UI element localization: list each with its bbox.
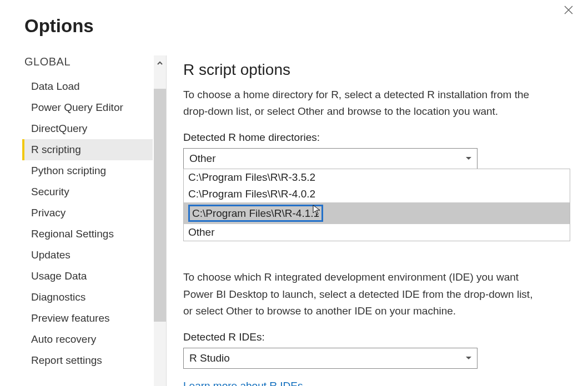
scrollbar-thumb[interactable] xyxy=(154,89,166,322)
ide-description: To choose which R integrated development… xyxy=(183,269,539,319)
chevron-up-icon xyxy=(157,60,163,67)
page-title: Options xyxy=(0,0,588,37)
sidebar-item-directquery[interactable]: DirectQuery xyxy=(22,118,153,139)
sidebar-item-regional-settings[interactable]: Regional Settings xyxy=(22,224,153,245)
sidebar-item-report-settings[interactable]: Report settings xyxy=(22,350,153,371)
sidebar-item-updates[interactable]: Updates xyxy=(22,245,153,266)
sidebar-item-power-query-editor[interactable]: Power Query Editor xyxy=(22,97,153,118)
sidebar-item-preview-features[interactable]: Preview features xyxy=(22,308,153,329)
home-dir-option-r411[interactable]: C:\Program Files\R\R-4.1.1 xyxy=(184,202,570,225)
ide-section: To choose which R integrated development… xyxy=(183,269,571,386)
sidebar-item-security[interactable]: Security xyxy=(22,181,153,202)
home-dir-selected-value: Other xyxy=(189,153,216,165)
sidebar-wrap: GLOBAL Data Load Power Query Editor Dire… xyxy=(0,55,167,386)
content-heading: R script options xyxy=(183,61,571,79)
home-dir-option-r402[interactable]: C:\Program Files\R\R-4.0.2 xyxy=(184,186,570,202)
content-panel: R script options To choose a home direct… xyxy=(167,55,588,386)
chevron-down-icon xyxy=(466,157,471,160)
ide-label: Detected R IDEs: xyxy=(183,331,571,343)
sidebar-item-diagnostics[interactable]: Diagnostics xyxy=(22,287,153,308)
sidebar-scrollbar[interactable] xyxy=(154,55,166,386)
chevron-down-icon xyxy=(466,357,471,359)
home-dir-option-r352[interactable]: C:\Program Files\R\R-3.5.2 xyxy=(184,169,570,186)
sidebar-item-python-scripting[interactable]: Python scripting xyxy=(22,160,153,181)
ide-select[interactable]: R Studio xyxy=(183,348,478,369)
home-dir-option-other[interactable]: Other xyxy=(184,224,570,241)
sidebar-item-auto-recovery[interactable]: Auto recovery xyxy=(22,329,153,350)
sidebar-section-global: GLOBAL xyxy=(24,55,153,68)
home-dir-select[interactable]: Other xyxy=(183,148,478,169)
sidebar-item-usage-data[interactable]: Usage Data xyxy=(22,266,153,287)
home-dir-dropdown: C:\Program Files\R\R-3.5.2 C:\Program Fi… xyxy=(183,169,570,242)
sidebar-item-privacy[interactable]: Privacy xyxy=(22,202,153,224)
home-dir-label: Detected R home directories: xyxy=(183,131,571,144)
main-layout: GLOBAL Data Load Power Query Editor Dire… xyxy=(0,55,588,386)
home-description: To choose a home directory for R, select… xyxy=(183,87,539,120)
sidebar: GLOBAL Data Load Power Query Editor Dire… xyxy=(0,55,166,386)
close-icon xyxy=(564,5,574,15)
close-button[interactable] xyxy=(561,3,576,17)
sidebar-item-r-scripting[interactable]: R scripting xyxy=(22,139,153,160)
sidebar-item-data-load[interactable]: Data Load xyxy=(22,76,153,97)
scrollbar-up-button[interactable] xyxy=(154,55,166,71)
learn-more-link[interactable]: Learn more about R IDEs xyxy=(183,380,303,386)
ide-selected-value: R Studio xyxy=(189,352,230,364)
